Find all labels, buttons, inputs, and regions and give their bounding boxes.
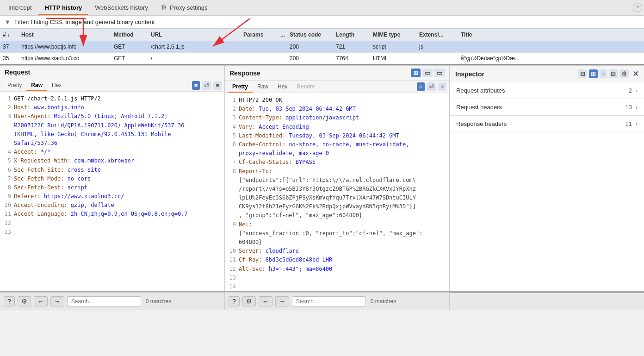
request-line-2: 2Host: www.bootjs.info (3, 103, 222, 112)
col-num[interactable]: # ↕ (0, 31, 19, 39)
response-line-8b: 8{"endpoints":[{"url":"https:\/\/a.nel.c… (228, 176, 446, 185)
response-tab-render[interactable]: Render (292, 81, 319, 93)
request-settings-btn[interactable]: ⚙ (18, 296, 31, 306)
request-line-5: 5X-Requested-With: com.mmbox.xbrowser (3, 156, 222, 165)
cell-host: https://www.bootjs.info (19, 43, 111, 51)
request-tabs: Pretty Raw Hex ≡ ⏎ ≡ (0, 79, 224, 92)
response-line-9b: 9{"success_fraction":0, "report_to":"cf-… (228, 229, 446, 238)
response-line-8d: 8lpLU%2FeyEc3S6bZPjPSyXsKmVqfYqu7TrxlXAr… (228, 194, 446, 202)
col-mime[interactable]: MIME type (370, 31, 416, 39)
col-status[interactable]: Status code (287, 31, 333, 39)
response-bottom-bar: ? ⚙ ← → 0 matches (225, 292, 450, 310)
request-matches-text: 0 matches (146, 298, 171, 305)
response-format-icon[interactable]: ≡ (417, 82, 425, 91)
inspector-align-icon[interactable]: ≡ (600, 69, 607, 78)
response-forward-btn[interactable]: → (275, 296, 289, 306)
response-view-alt[interactable]: ▭ (434, 69, 445, 77)
response-matches-text: 0 matches (371, 298, 396, 305)
response-tab-hex[interactable]: Hex (273, 81, 292, 93)
response-panel-title: Response (229, 69, 260, 77)
request-forward-btn[interactable]: → (50, 296, 64, 306)
request-help-btn[interactable]: ? (4, 296, 15, 306)
response-content: 1HTTP/2 200 OK 2Date: Tue, 03 Sep 2024 0… (225, 93, 449, 291)
request-search-input[interactable] (67, 296, 141, 306)
request-line-3: 3User-Agent: Mozilla/5.0 (Linux; Android… (3, 112, 222, 121)
col-url[interactable]: URL (148, 31, 241, 39)
cell-length: 7764 (333, 54, 370, 62)
filter-icon: ▼ (5, 19, 11, 25)
col-host[interactable]: Host (19, 31, 111, 39)
request-tab-hex[interactable]: Hex (47, 80, 66, 91)
request-line-3c: 3(KHTML, like Gecko) Chrome/92.0.4515.13… (3, 130, 222, 139)
response-line-5: 5Last-Modified: Tuesday, 03-Sep-2024 06:… (228, 131, 446, 140)
response-tabs: Pretty Raw Hex Render ≡ ⏎ ≡ (225, 81, 449, 93)
response-help-btn[interactable]: ? (229, 296, 240, 306)
response-tab-pretty[interactable]: Pretty (228, 81, 253, 93)
col-method[interactable]: Method (111, 31, 148, 39)
tab-websockets-history[interactable]: WebSockets history (88, 1, 155, 15)
cell-url: / (148, 54, 241, 62)
request-tab-pretty[interactable]: Pretty (3, 80, 26, 91)
proxy-settings-label: Proxy settings (170, 4, 208, 11)
http-table: # ↕ Host Method URL Params ... Status co… (0, 29, 644, 65)
response-settings-btn[interactable]: ⚙ (242, 296, 256, 306)
col-params[interactable]: Params (241, 31, 278, 39)
cell-status: 200 (287, 43, 333, 51)
request-back-btn[interactable]: ← (34, 296, 48, 306)
table-row[interactable]: 35 https://www.xiaoluo3.cc GET / 200 776… (0, 53, 644, 64)
filter-bar: ▼ Filter: Hiding CSS, image and general … (0, 16, 644, 29)
inspector-section-request-attrs-header[interactable]: Request attributes 2 › (450, 82, 644, 99)
request-more-icon[interactable]: ≡ (213, 81, 222, 90)
response-line-8f: 8, "group":"cf-nel", "max_age":604800} (228, 211, 446, 220)
tab-http-history[interactable]: HTTP history (38, 1, 89, 15)
request-panel: Request Pretty Raw Hex ≡ ⏎ ≡ 1GET /chart… (0, 66, 225, 291)
response-back-btn[interactable]: ← (259, 296, 272, 306)
gear-icon: ⚙ (161, 4, 167, 11)
cell-dots (278, 57, 287, 59)
inspector-section-response-headers-header[interactable]: Response headers 11 › (450, 116, 644, 132)
request-tab-raw[interactable]: Raw (26, 80, 47, 91)
response-view-single[interactable]: ▭ (422, 69, 433, 77)
tab-proxy-settings[interactable]: ⚙ Proxy settings (155, 1, 214, 14)
request-line-3d: 3Safari/537.36 (3, 139, 222, 148)
inspector-close-button[interactable]: ✕ (632, 69, 638, 78)
response-panel: Response ⊞ ▭ ▭ Pretty Raw Hex Render ≡ ⏎… (225, 66, 450, 291)
tab-intercept[interactable]: Intercept (2, 1, 38, 15)
inspector-view-icon-2[interactable]: ⊞ (589, 69, 598, 78)
response-line-3: 3Content-Type: application/javascript (228, 113, 446, 122)
response-tab-icons: ≡ ⏎ ≡ (417, 82, 446, 91)
inspector-section-request-attrs-count: 2 (629, 87, 632, 94)
cell-mime: HTML (370, 54, 416, 62)
cell-method: GET (111, 43, 148, 51)
inspector-view-icon-1[interactable]: ⊟ (578, 69, 587, 78)
request-wrap-icon[interactable]: ⏎ (202, 81, 211, 90)
request-line-12: 12 (3, 219, 222, 228)
request-format-icon[interactable]: ≡ (192, 81, 200, 90)
help-button[interactable]: ? (633, 3, 642, 12)
cell-ext (416, 57, 458, 59)
request-tab-icons: ≡ ⏎ ≡ (192, 81, 222, 90)
table-row[interactable]: 37 https://www.bootjs.info GET /chart-2.… (0, 41, 644, 53)
top-tab-bar: Intercept HTTP history WebSockets histor… (0, 0, 644, 16)
response-more-icon[interactable]: ≡ (438, 82, 446, 91)
col-dots: ... (278, 31, 287, 39)
inspector-section-request-headers: Request headers 13 › (450, 99, 644, 116)
response-view-split[interactable]: ⊞ (411, 69, 421, 77)
response-wrap-icon[interactable]: ⏎ (427, 82, 436, 91)
inspector-filter-icon[interactable]: ⊟ (609, 69, 618, 78)
response-line-7: 7Cf-Cache-Status: BYPASS (228, 158, 446, 167)
response-search-input[interactable] (292, 296, 366, 306)
request-line-1: 1GET /chart-2.6.1.js HTTP/2 (3, 94, 222, 103)
col-ext[interactable]: Extensi... (416, 31, 458, 39)
response-line-1: 1HTTP/2 200 OK (228, 96, 446, 105)
inspector-section-request-attrs: Request attributes 2 › (450, 82, 644, 99)
request-line-7: 7Sec-Fetch-Mode: no-cors (3, 175, 222, 183)
inspector-gear-icon[interactable]: ⚙ (619, 69, 629, 78)
response-line-10: 10Server: cloudflare (228, 247, 446, 256)
col-length[interactable]: Length (333, 31, 370, 39)
inspector-section-request-headers-header[interactable]: Request headers 13 › (450, 99, 644, 115)
cell-mime: script (370, 43, 416, 51)
col-title[interactable]: Title (458, 31, 644, 39)
cell-url: /chart-2.6.1.js (148, 43, 241, 51)
response-tab-raw[interactable]: Raw (253, 81, 273, 93)
